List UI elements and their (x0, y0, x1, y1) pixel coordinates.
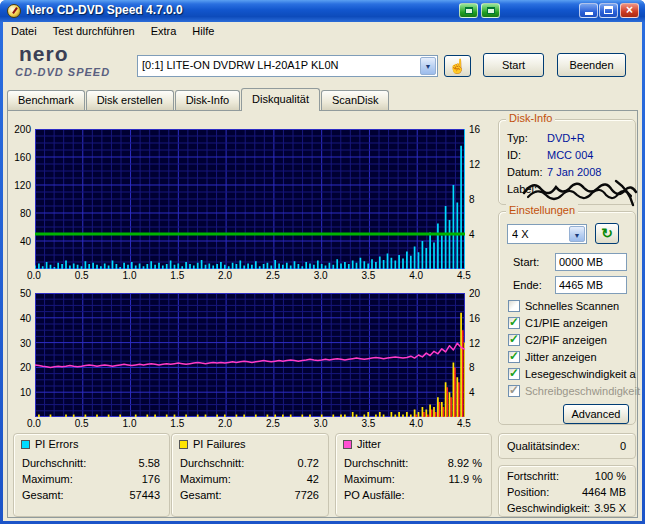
stat-label: Durchschnitt: (344, 457, 408, 469)
stat-value: 7726 (295, 489, 319, 501)
axis-tick-label: 16 (469, 124, 480, 135)
speed-combo[interactable]: 4 X ▼ (507, 224, 587, 244)
checkbox-label: Schreibgeschwindigkeit (525, 385, 640, 397)
progress-label: Fortschritt: (507, 470, 559, 482)
pi-errors-legend-chip (21, 440, 30, 449)
start-field-label: Start: (513, 256, 539, 268)
axis-tick-label: 10 (10, 387, 31, 398)
start-field[interactable] (555, 253, 627, 271)
ende-field[interactable] (555, 276, 627, 294)
speed-label: Geschwindigkeit: (507, 502, 590, 514)
stat-label: Durchschnitt: (22, 457, 86, 469)
stat-value: 8.92 % (448, 457, 482, 469)
check-icon: ✓ (509, 315, 519, 329)
jitter-panel: Jitter Durchschnitt:8.92 % Maximum:11.9 … (335, 433, 492, 517)
axis-tick-label: 4 (469, 229, 475, 240)
axis-tick-label: 20 (10, 362, 31, 373)
check-icon: ✓ (509, 349, 519, 363)
checkbox-label: C2/PIF anzeigen (525, 334, 607, 346)
disk-info-caption: Disk-Info (506, 112, 555, 124)
stat-label: Maximum: (344, 473, 395, 485)
client-area: DateiTest durchführenExtraHilfe nero CD-… (3, 22, 642, 521)
app-icon (7, 4, 21, 18)
axis-tick-label: 30 (10, 338, 31, 349)
checkbox-box: ✓ (508, 300, 520, 312)
menu-extra[interactable]: Extra (143, 22, 185, 39)
close-icon: × (626, 3, 633, 17)
hand-eject-icon: ☝ (449, 58, 466, 74)
checkbox-box: ✓ (508, 368, 520, 380)
chevron-down-icon[interactable]: ▼ (569, 226, 585, 242)
pi-errors-chart-plot (35, 129, 465, 269)
menu-datei[interactable]: Datei (3, 22, 45, 39)
axis-tick-label: 0.0 (27, 418, 49, 429)
tab-benchmark[interactable]: Benchmark (7, 90, 85, 110)
axis-tick-label: 1.5 (170, 270, 192, 281)
axis-tick-label: 1.0 (123, 418, 145, 429)
axis-tick-label: 0.0 (27, 270, 49, 281)
jitter-panel-title: Jitter (357, 438, 381, 450)
progress-value: 100 % (595, 470, 626, 482)
tab-scandisk[interactable]: ScanDisk (321, 90, 389, 110)
menu-hilfe[interactable]: Hilfe (184, 22, 222, 39)
check-icon: ✓ (509, 383, 519, 397)
check-icon: ✓ (509, 332, 519, 346)
tab-disk-erstellen[interactable]: Disk erstellen (86, 90, 174, 110)
axis-tick-label: 12 (469, 338, 480, 349)
axis-tick-label: 120 (10, 180, 31, 191)
disk-type-value: DVD+R (547, 132, 585, 144)
axis-tick-label: 0.5 (75, 418, 97, 429)
quality-index-label: Qualitätsindex: (507, 440, 580, 452)
axis-tick-label: 1.5 (170, 418, 192, 429)
tab-diskqualitaet[interactable]: Diskqualität (241, 88, 320, 111)
label-redaction-scribble (520, 171, 640, 209)
stat-label: Durchschnitt: (180, 457, 244, 469)
advanced-button[interactable]: Advanced (563, 404, 629, 424)
checkbox-label: Jitter anzeigen (525, 351, 597, 363)
tab-disk-info[interactable]: Disk-Info (175, 90, 240, 110)
stat-label: Gesamt: (180, 489, 222, 501)
jitter-legend-chip (343, 440, 352, 449)
axis-tick-label: 200 (10, 124, 31, 135)
position-value: 4464 MB (582, 486, 626, 498)
stat-label: Gesamt: (22, 489, 64, 501)
progress-box: Fortschritt:100 % Position:4464 MB Gesch… (498, 465, 636, 517)
axis-tick-label: 8 (469, 194, 475, 205)
axis-tick-label: 4.0 (409, 270, 431, 281)
pi-errors-panel-title: PI Errors (35, 438, 78, 450)
axis-tick-label: 2.5 (266, 418, 288, 429)
close-button[interactable]: × (620, 3, 639, 18)
disk-info-label: ID: (507, 149, 521, 161)
start-button[interactable]: Start (483, 53, 544, 77)
pi-errors-chart: 20016012080401612840.00.51.01.52.02.53.0… (10, 129, 488, 284)
chevron-down-icon[interactable]: ▼ (420, 57, 436, 75)
extra-titlebar-button-2[interactable] (481, 3, 500, 18)
minimize-button[interactable] (579, 3, 598, 18)
axis-tick-label: 16 (469, 313, 480, 324)
stat-value: 176 (142, 473, 160, 485)
maximize-button[interactable] (599, 3, 618, 18)
quit-button[interactable]: Beenden (557, 53, 626, 77)
ende-field-label: Ende: (513, 279, 542, 291)
titlebar[interactable]: Nero CD-DVD Speed 4.7.0.0 × (0, 0, 645, 22)
stat-label: Maximum: (22, 473, 73, 485)
checkbox-box: ✓ (508, 317, 520, 329)
pi-failures-legend-chip (179, 440, 188, 449)
checkbox-label: C1/PIE anzeigen (525, 317, 608, 329)
axis-tick-label: 80 (10, 208, 31, 219)
drive-selector-combo[interactable]: [0:1] LITE-ON DVDRW LH-20A1P KL0N ▼ (137, 55, 438, 77)
refresh-button[interactable]: ↻ (595, 223, 619, 244)
nero-logo: nero (19, 42, 69, 66)
axis-tick-label: 3.5 (361, 418, 383, 429)
pi-errors-panel: PI Errors Durchschnitt:5.58 Maximum:176 … (13, 433, 170, 517)
stat-value: 0.72 (298, 457, 319, 469)
eject-button[interactable]: ☝ (444, 55, 471, 77)
stat-value: 11.9 % (449, 473, 482, 485)
app-window: Nero CD-DVD Speed 4.7.0.0 × DateiTest du… (0, 0, 645, 524)
extra-titlebar-button-1[interactable] (459, 3, 478, 18)
menu-test-durchfuehren[interactable]: Test durchführen (45, 22, 143, 39)
axis-tick-label: 3.0 (314, 418, 336, 429)
axis-tick-label: 4.5 (457, 270, 479, 281)
axis-tick-label: 3.5 (361, 270, 383, 281)
axis-tick-label: 12 (469, 159, 480, 170)
